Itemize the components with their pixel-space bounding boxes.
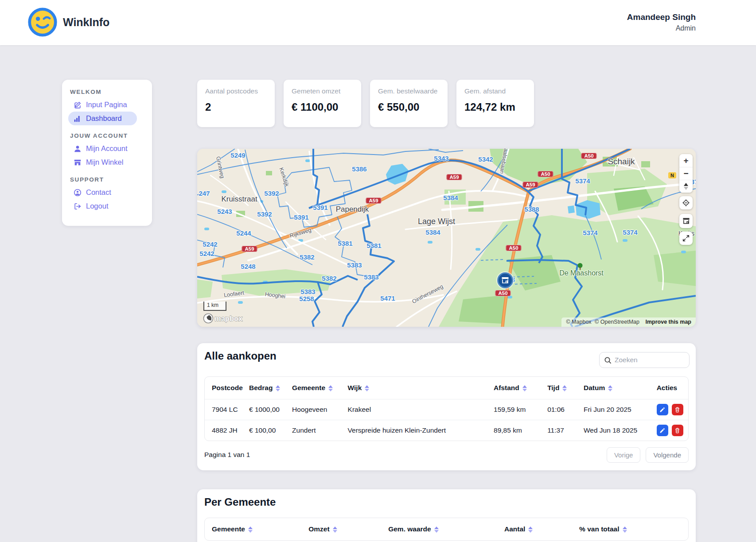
postcode-label: 5392 <box>264 190 279 197</box>
cell-tijd: 11:37 <box>540 420 577 441</box>
fullscreen-button[interactable] <box>679 232 693 245</box>
per-gemeente-title: Per Gemeente <box>204 496 276 508</box>
sort-icon[interactable] <box>328 385 333 391</box>
road-shield: N <box>668 172 676 178</box>
sidebar-item-label: Input Pagina <box>86 101 127 109</box>
postcode-label: 5258 <box>299 295 314 302</box>
cell-bedrag: € 1000,00 <box>242 399 285 420</box>
sort-icon[interactable] <box>333 527 337 533</box>
user-info: Amandeep Singh Admin <box>627 12 696 32</box>
col-gemeente: Gemeente <box>285 377 340 399</box>
col-pct-totaal: % van totaal <box>572 518 688 540</box>
cell-afstand: 159,59 km <box>487 399 540 420</box>
sort-icon[interactable] <box>562 385 567 391</box>
edit-button[interactable] <box>657 404 668 415</box>
purchases-header-row: Postcode Bedrag Gemeente Wijk Afstand Ti… <box>205 377 688 399</box>
geolocate-button[interactable] <box>679 196 693 209</box>
purchases-title: Alle aankopen <box>204 350 277 362</box>
improve-map-link[interactable]: Improve this map <box>646 319 692 325</box>
search-box <box>599 352 690 368</box>
postcode-label: 5242 <box>199 250 214 257</box>
table-row: 7904 LC € 1000,00 Hoogeveen Krakeel 159,… <box>205 399 688 420</box>
delete-button[interactable] <box>672 425 683 436</box>
attribution-osm[interactable]: © OpenStreetMap <box>595 319 639 325</box>
postcode-label: 5382 <box>322 275 336 282</box>
sort-icon[interactable] <box>528 527 533 533</box>
mapbox-logo: mapbox <box>203 313 243 324</box>
sort-icon[interactable] <box>248 527 253 533</box>
sidebar-item-dashboard[interactable]: Dashboard <box>68 112 137 125</box>
trash-icon <box>674 406 680 413</box>
postcode-label: 5249 <box>230 151 245 159</box>
col-aantal: Aantal <box>497 518 572 540</box>
map[interactable]: 5249247524353925392539153915244524252425… <box>197 149 696 327</box>
fullscreen-icon <box>682 234 690 242</box>
stat-value: 2 <box>205 101 267 113</box>
postcode-label: 5383 <box>300 288 315 295</box>
postcode-label: 5384 <box>443 194 458 201</box>
place-label: Papendijk <box>336 205 369 214</box>
edit-icon <box>74 101 82 109</box>
cell-tijd: 01:06 <box>540 399 577 420</box>
cell-acties <box>650 399 688 420</box>
col-postcode: Postcode <box>205 377 242 399</box>
trash-icon <box>674 427 680 434</box>
user-role: Admin <box>627 24 696 32</box>
attribution-mapbox[interactable]: © Mapbox <box>566 319 591 325</box>
zoom-out-button[interactable]: − <box>679 167 693 180</box>
place-label: Schaijk <box>608 157 635 166</box>
zoom-in-button[interactable]: + <box>679 154 693 167</box>
cell-wijk: Verspreide huizen Klein-Zundert <box>341 420 487 441</box>
sidebar-item-mijn-winkel[interactable]: Mijn Winkel <box>68 155 134 169</box>
postcode-label: 5381 <box>366 242 381 249</box>
road-label: Grintweg <box>215 156 226 179</box>
delete-button[interactable] <box>672 404 683 415</box>
sidebar-item-input-pagina[interactable]: Input Pagina <box>68 98 138 112</box>
postcode-label: 5242 <box>203 240 217 248</box>
cell-gemeente: Hoogeveen <box>285 399 340 420</box>
sort-icon[interactable] <box>276 385 280 391</box>
road-label: Hooghei <box>265 291 286 300</box>
sidebar-item-logout[interactable]: Logout <box>68 199 119 213</box>
next-page-button[interactable]: Volgende <box>646 447 689 463</box>
stat-card-gem-afstand: Gem. afstand 124,72 km <box>456 80 534 127</box>
winking-smiley-logo-icon <box>27 7 58 37</box>
contact-icon <box>74 189 82 197</box>
map-scale: 1 km <box>203 302 226 311</box>
per-gemeente-header-row: Gemeente Omzet Gem. waarde Aantal % van … <box>205 518 688 540</box>
road-shield: A59 <box>366 197 381 204</box>
postcode-label: 5388 <box>524 205 539 213</box>
sort-icon[interactable] <box>365 385 369 391</box>
geolocate-icon <box>682 199 690 207</box>
cell-datum: Wed Jun 18 2025 <box>577 420 650 441</box>
per-gemeente-table: Gemeente Omzet Gem. waarde Aantal % van … <box>204 518 689 541</box>
stat-label: Gemeten omzet <box>292 87 353 95</box>
sidebar-item-mijn-account[interactable]: Mijn Account <box>68 142 138 155</box>
store-control-icon <box>682 217 690 225</box>
search-input[interactable] <box>615 356 681 364</box>
stat-card-gemeten-omzet: Gemeten omzet € 1100,00 <box>284 80 361 127</box>
sidebar-item-contact[interactable]: Contact <box>68 186 122 199</box>
col-bedrag: Bedrag <box>242 377 285 399</box>
stat-value: 124,72 km <box>464 101 526 113</box>
sort-icon[interactable] <box>434 527 439 533</box>
stat-cards: Aantal postcodes 2 Gemeten omzet € 1100,… <box>197 80 534 127</box>
postcode-label: 5384 <box>425 228 440 236</box>
place-label: De Maashorst <box>559 269 604 277</box>
store-filter-button[interactable] <box>679 214 693 228</box>
edit-button[interactable] <box>657 425 668 436</box>
road-shield: A50 <box>538 171 553 177</box>
postcode-label: 5343 <box>434 155 448 162</box>
sidebar: WELKOM Input Pagina Dashboard JOUW ACCOU… <box>62 80 152 226</box>
previous-page-button[interactable]: Vorige <box>607 447 641 463</box>
postcode-label: 5381 <box>338 240 352 247</box>
store-marker-icon[interactable] <box>497 272 513 288</box>
cell-afstand: 89,85 km <box>487 420 540 441</box>
sort-icon[interactable] <box>522 385 527 391</box>
tilt-button[interactable] <box>679 180 693 193</box>
table-row: 4882 JH € 100,00 Zundert Verspreide huiz… <box>205 420 688 441</box>
postcode-label: 5243 <box>217 208 232 215</box>
tilt-icon <box>684 183 688 190</box>
sort-icon[interactable] <box>608 385 612 391</box>
sort-icon[interactable] <box>623 527 627 533</box>
